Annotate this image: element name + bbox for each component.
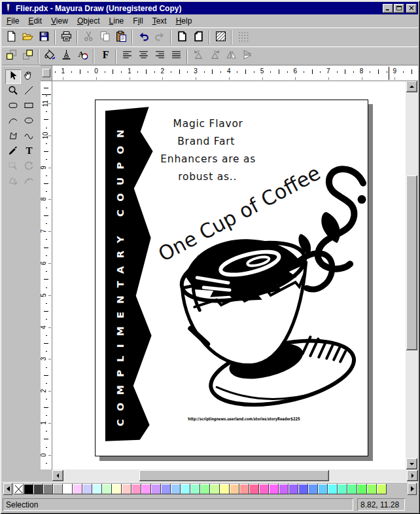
align-left-button[interactable] — [119, 48, 135, 64]
rounded-rectangle-tool[interactable] — [5, 100, 21, 114]
color-swatch[interactable] — [239, 484, 249, 494]
new-button[interactable] — [3, 29, 20, 46]
text-color-button[interactable]: A — [75, 48, 91, 64]
no-color-swatch[interactable] — [14, 484, 24, 494]
align-justify-button[interactable] — [168, 48, 184, 64]
ellipse-tool[interactable] — [21, 115, 37, 129]
scroll-down-button[interactable] — [406, 458, 417, 469]
align-right-button[interactable] — [152, 48, 168, 64]
color-swatch[interactable] — [141, 484, 151, 494]
color-swatch[interactable] — [33, 484, 43, 494]
page-view-2-button[interactable] — [190, 29, 207, 46]
title-bar[interactable]: Flier.pdx - Mayura Draw (Unregistered Co… — [2, 2, 418, 14]
color-swatch[interactable] — [43, 484, 53, 494]
rotate-right-button[interactable] — [207, 48, 223, 64]
eyedropper-tool[interactable] — [5, 145, 21, 159]
edit-points-tool[interactable] — [5, 160, 21, 174]
color-swatch[interactable] — [102, 484, 112, 494]
color-swatch[interactable] — [190, 484, 200, 494]
color-swatch[interactable] — [63, 484, 73, 494]
paste-button[interactable] — [113, 29, 130, 46]
color-swatch[interactable] — [131, 484, 141, 494]
color-swatch[interactable] — [24, 484, 33, 494]
color-swatch[interactable] — [210, 484, 220, 494]
edit-curve-tool[interactable] — [21, 175, 37, 189]
select-tool[interactable] — [5, 69, 21, 84]
close-button[interactable] — [406, 4, 417, 13]
rotate-tool-tool[interactable] — [21, 160, 37, 174]
menu-object[interactable]: Object — [73, 15, 105, 28]
menu-text[interactable]: Text — [148, 15, 171, 28]
scroll-left-button[interactable] — [52, 470, 63, 481]
grid-button[interactable] — [235, 29, 251, 46]
color-swatch[interactable] — [298, 484, 308, 494]
polygon-tool[interactable] — [5, 130, 21, 144]
color-swatch[interactable] — [259, 484, 269, 494]
menu-view[interactable]: View — [46, 15, 73, 28]
color-swatch[interactable] — [308, 484, 318, 494]
color-swatch[interactable] — [249, 484, 259, 494]
reshape-tool[interactable] — [5, 175, 21, 189]
color-swatch[interactable] — [318, 484, 328, 494]
color-swatch[interactable] — [338, 484, 347, 494]
color-swatch[interactable] — [269, 484, 279, 494]
color-swatch[interactable] — [377, 484, 387, 494]
color-swatch[interactable] — [73, 484, 82, 494]
headline-text[interactable]: Magic Flavor Brand Fart Enhancers are as… — [160, 118, 256, 183]
menu-help[interactable]: Help — [171, 15, 197, 28]
coupon-banner[interactable]: COMPLIMENTARY COUPON — [105, 107, 153, 441]
footer-url[interactable]: http://scriptingnews.userland.com/storie… — [188, 416, 300, 422]
color-swatch[interactable] — [171, 484, 181, 494]
flip-horizontal-button[interactable] — [223, 48, 239, 64]
color-swatch[interactable] — [200, 484, 210, 494]
palette-scroll-left-button[interactable] — [3, 483, 12, 495]
pan-tool[interactable] — [21, 69, 37, 84]
color-swatch[interactable] — [220, 484, 230, 494]
undo-button[interactable] — [135, 29, 152, 46]
color-swatch[interactable] — [53, 484, 63, 494]
print-button[interactable] — [58, 29, 75, 46]
canvas-viewport[interactable]: COMPLIMENTARY COUPON Magic Flavor Brand … — [52, 81, 406, 469]
color-swatch[interactable] — [357, 484, 367, 494]
menu-file[interactable]: File — [2, 15, 24, 28]
rectangle-tool[interactable] — [21, 100, 37, 114]
page-view-1-button[interactable] — [174, 29, 190, 46]
color-swatch[interactable] — [181, 484, 190, 494]
color-swatch[interactable] — [112, 484, 122, 494]
color-swatch[interactable] — [367, 484, 377, 494]
color-swatch[interactable] — [279, 484, 289, 494]
line-tool[interactable] — [21, 84, 37, 99]
align-center-button[interactable] — [135, 48, 152, 64]
color-swatch[interactable] — [151, 484, 161, 494]
open-button[interactable] — [20, 29, 36, 46]
redo-button[interactable] — [152, 29, 168, 46]
palette-scroll-right-button[interactable] — [408, 483, 417, 495]
curve-tool[interactable] — [21, 130, 37, 144]
fill-color-button[interactable] — [42, 48, 58, 64]
vertical-scroll-thumb[interactable] — [406, 175, 417, 350]
document-page[interactable]: COMPLIMENTARY COUPON Magic Flavor Brand … — [95, 100, 368, 456]
font-button[interactable]: F — [97, 48, 113, 64]
arc-tool[interactable] — [5, 115, 21, 129]
color-swatch[interactable] — [122, 484, 131, 494]
line-color-button[interactable] — [58, 48, 75, 64]
minimize-button[interactable] — [383, 4, 393, 13]
color-swatch[interactable] — [92, 484, 102, 494]
flip-vertical-button[interactable] — [239, 48, 256, 64]
menu-edit[interactable]: Edit — [24, 15, 46, 28]
scroll-right-button[interactable] — [407, 470, 418, 481]
vertical-scrollbar[interactable] — [406, 81, 418, 469]
scroll-up-button[interactable] — [406, 81, 417, 92]
cut-button[interactable] — [80, 29, 97, 46]
bring-to-front-button[interactable] — [3, 48, 20, 64]
save-button[interactable] — [36, 29, 52, 46]
rotate-left-button[interactable] — [190, 48, 207, 64]
maximize-button[interactable] — [394, 4, 404, 13]
color-swatch[interactable] — [289, 484, 298, 494]
text-tool[interactable]: T — [21, 145, 37, 159]
color-swatch[interactable] — [230, 484, 239, 494]
horizontal-scrollbar[interactable] — [52, 469, 418, 482]
menu-fill[interactable]: Fill — [128, 15, 147, 28]
color-swatch[interactable] — [161, 484, 171, 494]
menu-line[interactable]: Line — [105, 15, 129, 28]
